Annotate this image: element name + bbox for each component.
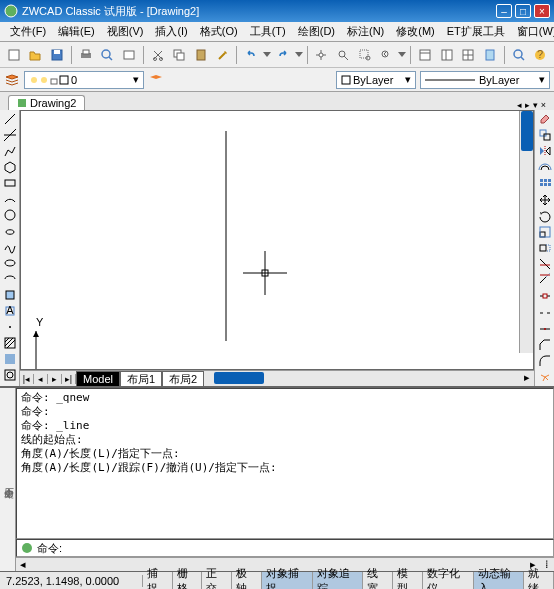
block-icon[interactable]: [2, 288, 18, 302]
ellipse-arc-icon[interactable]: [2, 272, 18, 286]
drawing-canvas[interactable]: Y X: [20, 110, 534, 370]
preview-icon[interactable]: [98, 45, 118, 65]
ortho-toggle[interactable]: 正交: [202, 572, 232, 589]
otrack-toggle[interactable]: 对象追踪: [313, 572, 364, 589]
revcloud-icon[interactable]: [2, 224, 18, 238]
layer-prev-icon[interactable]: [148, 72, 164, 88]
tab-next-icon[interactable]: ▸: [525, 100, 530, 110]
maximize-button[interactable]: □: [515, 4, 531, 18]
horizontal-scrollbar[interactable]: [214, 371, 520, 386]
open-icon[interactable]: [26, 45, 46, 65]
redo-dropdown[interactable]: [295, 52, 303, 58]
undo-dropdown[interactable]: [263, 52, 271, 58]
fillet-icon[interactable]: [537, 354, 553, 368]
rectangle-icon[interactable]: [2, 176, 18, 190]
arc-icon[interactable]: [2, 192, 18, 206]
offset-icon[interactable]: [537, 160, 553, 174]
layout2-tab[interactable]: 布局2: [162, 371, 204, 386]
command-input[interactable]: 命令:: [16, 539, 554, 557]
explode-icon[interactable]: [537, 370, 553, 384]
break-pt-icon[interactable]: [537, 289, 553, 303]
menu-view[interactable]: 视图(V): [101, 22, 150, 41]
tab-prev-icon[interactable]: ◂: [517, 100, 522, 110]
color-combo[interactable]: ByLayer ▾: [336, 71, 416, 89]
menu-file[interactable]: 文件(F): [4, 22, 52, 41]
erase-icon[interactable]: [537, 112, 553, 126]
menu-insert[interactable]: 插入(I): [149, 22, 193, 41]
xline-icon[interactable]: [2, 128, 18, 142]
print-icon[interactable]: [76, 45, 96, 65]
make-block-icon[interactable]: A: [2, 304, 18, 318]
polyline-icon[interactable]: [2, 144, 18, 158]
command-history[interactable]: 命令: _qnew 命令: 命令: _line 线的起始点: 角度(A)/长度(…: [16, 388, 554, 539]
designcenter-icon[interactable]: [437, 45, 457, 65]
doc-tab[interactable]: Drawing2: [8, 95, 85, 110]
array-icon[interactable]: [537, 177, 553, 191]
move-icon[interactable]: [537, 193, 553, 207]
properties-icon[interactable]: [415, 45, 435, 65]
menu-modify[interactable]: 修改(M): [390, 22, 441, 41]
zoom-prev-icon[interactable]: [377, 45, 397, 65]
osnap-toggle[interactable]: 对象捕捉: [262, 572, 313, 589]
polar-toggle[interactable]: 极轴: [232, 572, 262, 589]
layer-manager-icon[interactable]: [4, 72, 20, 88]
break-icon[interactable]: [537, 306, 553, 320]
menu-draw[interactable]: 绘图(D): [292, 22, 341, 41]
zoom-realtime-icon[interactable]: [333, 45, 353, 65]
publish-icon[interactable]: [119, 45, 139, 65]
model-tab[interactable]: Model: [76, 371, 120, 386]
undo-icon[interactable]: [241, 45, 261, 65]
cut-icon[interactable]: [148, 45, 168, 65]
gradient-icon[interactable]: [2, 352, 18, 366]
scroll-right-icon[interactable]: ▸: [520, 371, 534, 386]
ellipse-icon[interactable]: [2, 256, 18, 270]
chamfer-icon[interactable]: [537, 338, 553, 352]
zoom-dropdown[interactable]: [398, 52, 406, 58]
menu-et[interactable]: ET扩展工具: [441, 22, 511, 41]
scroll-left-icon[interactable]: ◂: [16, 558, 30, 571]
copy-obj-icon[interactable]: [537, 128, 553, 142]
menu-tools[interactable]: 工具(T): [244, 22, 292, 41]
zoom-extents-icon[interactable]: [509, 45, 529, 65]
new-icon[interactable]: [4, 45, 24, 65]
circle-icon[interactable]: [2, 208, 18, 222]
line-icon[interactable]: [2, 112, 18, 126]
menu-format[interactable]: 格式(O): [194, 22, 244, 41]
redo-icon[interactable]: [273, 45, 293, 65]
join-icon[interactable]: [537, 322, 553, 336]
dyn-toggle[interactable]: 动态输入: [474, 572, 525, 589]
extend-icon[interactable]: [537, 273, 553, 287]
first-tab-icon[interactable]: |◂: [20, 374, 34, 384]
close-button[interactable]: ×: [534, 4, 550, 18]
calc-icon[interactable]: [480, 45, 500, 65]
spline-icon[interactable]: [2, 240, 18, 254]
menu-edit[interactable]: 编辑(E): [52, 22, 101, 41]
snap-toggle[interactable]: 捕捉: [143, 572, 173, 589]
scale-icon[interactable]: [537, 225, 553, 239]
model-toggle[interactable]: 模型: [393, 572, 423, 589]
hatch-icon[interactable]: [2, 336, 18, 350]
help-icon[interactable]: ?: [530, 45, 550, 65]
save-icon[interactable]: [47, 45, 67, 65]
tab-list-icon[interactable]: ▾: [533, 100, 538, 110]
grid-toggle[interactable]: 栅格: [173, 572, 203, 589]
tablet-toggle[interactable]: 数字化仪: [423, 572, 474, 589]
point-icon[interactable]: [2, 320, 18, 334]
rotate-icon[interactable]: [537, 209, 553, 223]
menu-window[interactable]: 窗口(W): [511, 22, 554, 41]
mirror-icon[interactable]: [537, 144, 553, 158]
coordinates[interactable]: 7.2523, 1.1498, 0.0000: [0, 575, 143, 587]
match-icon[interactable]: [213, 45, 233, 65]
zoom-window-icon[interactable]: [355, 45, 375, 65]
last-tab-icon[interactable]: ▸|: [62, 374, 76, 384]
region-icon[interactable]: [2, 368, 18, 382]
paste-icon[interactable]: [191, 45, 211, 65]
vertical-scrollbar[interactable]: [519, 111, 533, 353]
trim-icon[interactable]: [537, 257, 553, 271]
stretch-icon[interactable]: [537, 241, 553, 255]
next-tab-icon[interactable]: ▸: [48, 374, 62, 384]
copy-icon[interactable]: [169, 45, 189, 65]
polygon-icon[interactable]: [2, 160, 18, 174]
prev-tab-icon[interactable]: ◂: [34, 374, 48, 384]
toolpalette-icon[interactable]: [458, 45, 478, 65]
